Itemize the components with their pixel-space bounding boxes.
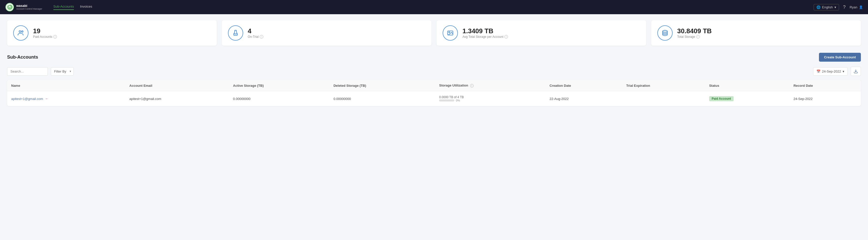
logo-text: wasabi Account Control Manager [16, 4, 42, 10]
nav-invoices[interactable]: Invoices [80, 5, 92, 10]
avg-storage-info-icon[interactable]: i [504, 35, 508, 39]
col-name: Name [7, 80, 125, 91]
nav-links: Sub-Accounts Invoices [53, 5, 806, 10]
users-icon [13, 25, 28, 41]
filter-row: Filter By 📅 24-Sep-2022 ▾ [7, 67, 861, 76]
cell-deleted-storage: 0.00000000 [329, 91, 435, 106]
paid-accounts-value: 19 [33, 27, 57, 35]
image-icon [443, 25, 458, 41]
storage-util-label: 0.0000 TB of 4 TB [439, 95, 464, 99]
stat-info-avg: 1.3409 TB Avg Total Storage per Account … [462, 27, 508, 39]
stat-info-trial: 4 On-Trial i [248, 27, 263, 39]
user-name: Ryan [850, 5, 857, 9]
export-icon [854, 69, 858, 74]
storage-progress-bar [439, 99, 454, 101]
on-trial-info-icon[interactable]: i [260, 35, 263, 39]
subaccounts-table-wrap: Name Account Email Active Storage (TB) D… [7, 80, 861, 106]
logo-name: wasabi [16, 4, 42, 8]
total-storage-info-icon[interactable]: i [696, 35, 700, 39]
cell-trial-expiration [622, 91, 705, 106]
cell-status: Paid Account [705, 91, 789, 106]
chevron-down-icon: ▾ [843, 70, 844, 73]
col-storage-util: Storage Utilization i [435, 80, 545, 91]
cell-record-date: 24-Sep-2022 [789, 91, 861, 106]
account-name-link[interactable]: apitest+1@gmail.com ← [11, 97, 121, 101]
logo: W wasabi Account Control Manager [5, 3, 46, 12]
table-row: apitest+1@gmail.com ← apitest+1@gmail.co… [7, 91, 861, 106]
cell-email: apitest+1@gmail.com [125, 91, 229, 106]
search-input[interactable] [7, 67, 48, 76]
stat-card-avg-storage: 1.3409 TB Avg Total Storage per Account … [437, 20, 646, 46]
svg-text:T: T [235, 33, 236, 35]
col-record-date: Record Date [789, 80, 861, 91]
section-header: Sub-Accounts Create Sub-Account [7, 53, 861, 62]
svg-point-3 [19, 31, 21, 32]
stat-card-total-storage: 30.8409 TB Total Storage i [651, 20, 861, 46]
col-active-storage: Active Storage (TB) [229, 80, 329, 91]
export-button[interactable] [851, 67, 861, 76]
database-icon [657, 25, 673, 41]
svg-point-7 [449, 32, 450, 32]
stat-card-on-trial: T 4 On-Trial i [222, 20, 431, 46]
subaccounts-table: Name Account Email Active Storage (TB) D… [7, 80, 861, 106]
language-label: English [822, 5, 833, 9]
col-deleted-storage: Deleted Storage (TB) [329, 80, 435, 91]
col-status: Status [705, 80, 789, 91]
status-badge: Paid Account [709, 96, 734, 101]
chevron-down-icon: ▾ [834, 5, 836, 9]
wasabi-logo-icon: W [5, 3, 14, 12]
svg-point-4 [22, 31, 23, 32]
user-avatar-icon: 👤 [859, 5, 863, 9]
on-trial-label: On-Trial i [248, 35, 263, 39]
calendar-icon: 📅 [816, 70, 820, 73]
storage-pct-label: 0% [456, 99, 460, 102]
stat-cards: 19 Paid Accounts i T 4 On-Trial i [7, 20, 861, 46]
table-header: Name Account Email Active Storage (TB) D… [7, 80, 861, 91]
trial-icon: T [228, 25, 243, 41]
avg-storage-label: Avg Total Storage per Account i [462, 35, 508, 39]
globe-icon: 🌐 [816, 5, 820, 9]
filter-by-wrapper: Filter By [51, 67, 74, 76]
logo-subtitle: Account Control Manager [16, 8, 42, 10]
cell-creation-date: 22-Aug-2022 [546, 91, 622, 106]
total-storage-label: Total Storage i [677, 35, 712, 39]
total-storage-value: 30.8409 TB [677, 27, 712, 35]
paid-accounts-info-icon[interactable]: i [53, 35, 57, 39]
create-subaccount-button[interactable]: Create Sub-Account [819, 53, 861, 62]
stat-info-paid: 19 Paid Accounts i [33, 27, 57, 39]
date-filter-value: 24-Sep-2022 [822, 70, 841, 73]
cell-storage-util: 0.0000 TB of 4 TB 0% [435, 91, 545, 106]
stat-info-total: 30.8409 TB Total Storage i [677, 27, 712, 39]
navbar: W wasabi Account Control Manager Sub-Acc… [0, 0, 868, 14]
stat-card-paid-accounts: 19 Paid Accounts i [7, 20, 217, 46]
nav-right: 🌐 English ▾ ? Ryan 👤 [814, 4, 863, 10]
table-body: apitest+1@gmail.com ← apitest+1@gmail.co… [7, 91, 861, 106]
language-selector[interactable]: 🌐 English ▾ [814, 4, 839, 10]
col-creation-date: Creation Date [546, 80, 622, 91]
filter-by-select[interactable]: Filter By [51, 67, 74, 76]
col-email: Account Email [125, 80, 229, 91]
date-filter[interactable]: 📅 24-Sep-2022 ▾ [813, 67, 848, 76]
on-trial-value: 4 [248, 27, 263, 35]
svg-text:W: W [9, 6, 11, 9]
main-content: 19 Paid Accounts i T 4 On-Trial i [0, 14, 868, 112]
paid-accounts-label: Paid Accounts i [33, 35, 57, 39]
avg-storage-value: 1.3409 TB [462, 27, 508, 35]
svg-point-8 [663, 30, 668, 32]
help-button[interactable]: ? [843, 5, 846, 10]
cell-name: apitest+1@gmail.com ← [7, 91, 125, 106]
section-title: Sub-Accounts [7, 55, 38, 60]
nav-subaccounts[interactable]: Sub-Accounts [53, 5, 74, 10]
user-menu[interactable]: Ryan 👤 [850, 5, 863, 9]
col-trial-expiration: Trial Expiration [622, 80, 705, 91]
arrow-left-icon: ← [45, 97, 49, 101]
cell-active-storage: 0.00000000 [229, 91, 329, 106]
storage-util-info-icon[interactable]: i [470, 84, 474, 88]
